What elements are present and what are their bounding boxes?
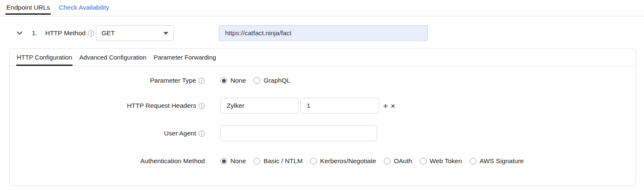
config-panel: HTTP Configuration Advanced Configuratio… (9, 48, 636, 186)
user-agent-label-text: User Agent (164, 130, 196, 137)
remove-header-button[interactable]: × (391, 102, 395, 110)
auth-radio-web-token[interactable]: Web Token (420, 157, 462, 165)
endpoint-index: 1. (32, 29, 37, 37)
radio-label: OAuth (394, 157, 412, 165)
add-header-button[interactable]: + (383, 102, 388, 110)
auth-radio-basic-ntlm[interactable]: Basic / NTLM (253, 157, 303, 165)
http-method-label-text: HTTP Method (45, 29, 85, 37)
user-agent-label: User Agent i (10, 130, 205, 137)
auth-radio-none[interactable]: None (220, 157, 246, 165)
radio-unselected-icon (253, 77, 260, 84)
radio-label: Kerberos/Negotiate (320, 157, 376, 165)
top-tabbar: Endpoint URLs Check Availability (0, 0, 644, 15)
user-agent-controls (220, 125, 377, 141)
info-icon[interactable]: i (199, 130, 205, 137)
radio-unselected-icon (384, 158, 391, 164)
http-method-label: HTTP Method i (45, 29, 94, 37)
http-method-select[interactable]: GET (96, 25, 174, 41)
radio-label: None (230, 157, 246, 165)
radio-label: Basic / NTLM (264, 157, 303, 165)
parameter-type-row: Parameter Type i None GraphQL (10, 77, 636, 84)
endpoint-url-input[interactable] (219, 25, 428, 41)
user-agent-input[interactable] (220, 125, 377, 141)
chevron-down-icon[interactable] (16, 29, 23, 37)
request-headers-label: HTTP Request Headers i (10, 102, 205, 109)
tab-http-configuration[interactable]: HTTP Configuration (16, 54, 72, 66)
radio-label: None (230, 77, 246, 84)
config-tabbar: HTTP Configuration Advanced Configuratio… (10, 49, 636, 66)
config-panel-body: Parameter Type i None GraphQL (10, 66, 636, 165)
dropdown-caret-icon (163, 32, 168, 35)
header-value-input[interactable] (300, 98, 379, 114)
radio-unselected-icon (470, 158, 476, 164)
parameter-type-radio-graphql[interactable]: GraphQL (253, 77, 290, 84)
header-name-input[interactable] (220, 98, 298, 114)
request-headers-row: HTTP Request Headers i + × (10, 98, 636, 114)
auth-radio-kerberos-negotiate[interactable]: Kerberos/Negotiate (310, 157, 376, 165)
info-icon[interactable]: i (88, 30, 94, 36)
parameter-type-label: Parameter Type i (10, 77, 205, 84)
radio-selected-icon (220, 77, 227, 84)
auth-method-row: Authentication Method None Basic / NTLM … (10, 157, 636, 165)
auth-method-label: Authentication Method (10, 157, 205, 165)
tab-advanced-configuration[interactable]: Advanced Configuration (79, 54, 147, 66)
radio-label: Web Token (430, 157, 462, 165)
request-headers-label-text: HTTP Request Headers (127, 102, 196, 109)
radio-label: AWS Signature (480, 157, 524, 165)
tab-parameter-forwarding[interactable]: Parameter Forwarding (153, 54, 216, 66)
parameter-type-radio-none[interactable]: None (220, 77, 246, 84)
radio-selected-icon (220, 158, 227, 164)
auth-method-options: None Basic / NTLM Kerberos/Negotiate OAu… (220, 157, 524, 165)
top-divider (0, 16, 644, 16)
info-icon[interactable]: i (199, 78, 205, 84)
parameter-type-label-text: Parameter Type (150, 77, 196, 84)
auth-radio-oauth[interactable]: OAuth (384, 157, 412, 165)
auth-radio-aws-signature[interactable]: AWS Signature (470, 157, 524, 165)
endpoint-config-page: Endpoint URLs Check Availability 1. HTTP… (0, 0, 644, 186)
endpoint-row: 1. HTTP Method i GET (16, 25, 644, 41)
radio-unselected-icon (253, 158, 260, 164)
tab-endpoint-urls[interactable]: Endpoint URLs (5, 4, 51, 15)
radio-label: GraphQL (264, 77, 290, 84)
tab-check-availability[interactable]: Check Availability (58, 4, 110, 15)
user-agent-row: User Agent i (10, 125, 636, 141)
radio-unselected-icon (310, 158, 317, 164)
radio-unselected-icon (420, 158, 427, 164)
http-method-selected-value: GET (101, 29, 115, 37)
request-headers-controls: + × (220, 98, 395, 114)
parameter-type-options: None GraphQL (220, 77, 290, 84)
auth-method-label-text: Authentication Method (140, 157, 205, 165)
info-icon[interactable]: i (199, 103, 205, 109)
